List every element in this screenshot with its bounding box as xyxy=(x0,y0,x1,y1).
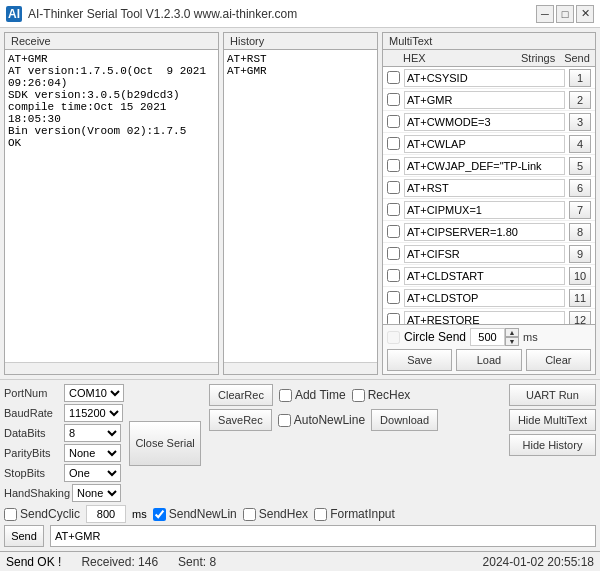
spin-down-button[interactable]: ▼ xyxy=(505,337,519,346)
mt-row-input[interactable] xyxy=(404,113,565,131)
send-input-row: Send xyxy=(4,525,596,547)
load-button[interactable]: Load xyxy=(456,349,521,371)
app-title: AI-Thinker Serial Tool V1.2.3.0 www.ai-t… xyxy=(28,7,297,21)
mt-row-input[interactable] xyxy=(404,179,565,197)
mt-send-btn[interactable]: 9 xyxy=(569,245,591,263)
mt-send-btn[interactable]: 3 xyxy=(569,113,591,131)
handshaking-row: HandShaking None xyxy=(4,484,121,502)
mt-send-btn[interactable]: 2 xyxy=(569,91,591,109)
mt-row-input[interactable] xyxy=(404,223,565,241)
close-button[interactable]: ✕ xyxy=(576,5,594,23)
sendcyclic-ms-input[interactable] xyxy=(86,505,126,523)
clear-button[interactable]: Clear xyxy=(526,349,591,371)
sendhex-label: SendHex xyxy=(243,507,308,521)
mt-row-checkbox[interactable] xyxy=(387,181,400,194)
spin-up-button[interactable]: ▲ xyxy=(505,328,519,337)
circle-send-checkbox[interactable] xyxy=(387,331,400,344)
multitext-rows: 12345678910111213 xyxy=(383,67,595,324)
formatinput-checkbox[interactable] xyxy=(314,508,327,521)
mt-send-btn[interactable]: 6 xyxy=(569,179,591,197)
mt-row-input[interactable] xyxy=(404,91,565,109)
save-button[interactable]: Save xyxy=(387,349,452,371)
handshaking-select[interactable]: None xyxy=(72,484,121,502)
mt-send-btn[interactable]: 1 xyxy=(569,69,591,87)
mt-row-checkbox[interactable] xyxy=(387,291,400,304)
autonewline-checkbox[interactable] xyxy=(278,414,291,427)
rechex-checkbox[interactable] xyxy=(352,389,365,402)
sent-status: Sent: 8 xyxy=(178,555,216,569)
databits-select[interactable]: 8 xyxy=(64,424,121,442)
mt-row-checkbox[interactable] xyxy=(387,71,400,84)
sendcyclic-checkbox[interactable] xyxy=(4,508,17,521)
multitext-header: HEX Strings Send xyxy=(383,50,595,67)
sendhex-checkbox[interactable] xyxy=(243,508,256,521)
portnum-row: PortNum COM10 xyxy=(4,384,121,402)
addtime-label: Add Time xyxy=(279,388,346,402)
send-row: SendCyclic ms SendNewLin SendHex FormatI… xyxy=(4,505,596,523)
send-button[interactable]: Send xyxy=(4,525,44,547)
history-textarea[interactable]: AT+RST AT+GMR xyxy=(224,50,377,362)
hide-multitext-button[interactable]: Hide MultiText xyxy=(509,409,596,431)
addtime-checkbox[interactable] xyxy=(279,389,292,402)
mt-row-checkbox[interactable] xyxy=(387,115,400,128)
mt-send-btn[interactable]: 10 xyxy=(569,267,591,285)
send-header: Send xyxy=(563,52,591,64)
download-button[interactable]: Download xyxy=(371,409,438,431)
mt-row-input[interactable] xyxy=(404,245,565,263)
mt-row-checkbox[interactable] xyxy=(387,225,400,238)
mt-send-btn[interactable]: 4 xyxy=(569,135,591,153)
mt-row-input[interactable] xyxy=(404,289,565,307)
portnum-label: PortNum xyxy=(4,387,62,399)
maximize-button[interactable]: □ xyxy=(556,5,574,23)
mt-row-checkbox[interactable] xyxy=(387,159,400,172)
mt-row-checkbox[interactable] xyxy=(387,203,400,216)
mid-row1: ClearRec Add Time RecHex xyxy=(209,384,501,406)
mt-row-checkbox[interactable] xyxy=(387,313,400,324)
sendnewlin-checkbox[interactable] xyxy=(153,508,166,521)
mt-row: 6 xyxy=(383,177,595,199)
multitext-label: MultiText xyxy=(383,33,595,50)
close-serial-button[interactable]: Close Serial xyxy=(129,421,201,466)
receive-hscroll[interactable] xyxy=(5,362,218,374)
mt-row-checkbox[interactable] xyxy=(387,247,400,260)
circle-send-row: Circle Send ▲ ▼ ms xyxy=(387,328,591,346)
mt-send-btn[interactable]: 12 xyxy=(569,311,591,325)
circle-send-value[interactable] xyxy=(470,328,505,346)
mt-row-input[interactable] xyxy=(404,157,565,175)
minimize-button[interactable]: ─ xyxy=(536,5,554,23)
hide-history-button[interactable]: Hide History xyxy=(509,434,596,456)
rechex-label: RecHex xyxy=(352,388,411,402)
stopbits-select[interactable]: One xyxy=(64,464,121,482)
app-icon: AI xyxy=(6,6,22,22)
mt-send-btn[interactable]: 7 xyxy=(569,201,591,219)
mt-send-btn[interactable]: 8 xyxy=(569,223,591,241)
paritybits-select[interactable]: None xyxy=(64,444,121,462)
history-hscroll[interactable] xyxy=(224,362,377,374)
mt-row-checkbox[interactable] xyxy=(387,137,400,150)
mid-row2: SaveRec AutoNewLine Download xyxy=(209,409,501,431)
portnum-select[interactable]: COM10 xyxy=(64,384,124,402)
strings-header: Strings xyxy=(521,52,559,64)
send-input[interactable] xyxy=(50,525,596,547)
uart-run-button[interactable]: UART Run xyxy=(509,384,596,406)
mt-send-btn[interactable]: 11 xyxy=(569,289,591,307)
mt-row-input[interactable] xyxy=(404,69,565,87)
baudrate-select[interactable]: 115200 xyxy=(64,404,123,422)
mt-row-input[interactable] xyxy=(404,267,565,285)
mt-row-input[interactable] xyxy=(404,201,565,219)
history-label: History xyxy=(224,33,377,50)
mt-send-btn[interactable]: 5 xyxy=(569,157,591,175)
window-controls: ─ □ ✕ xyxy=(536,5,594,23)
paritybits-label: ParityBits xyxy=(4,447,62,459)
spin-control: ▲ ▼ xyxy=(470,328,519,346)
receive-textarea[interactable]: AT+GMR AT version:1.7.5.0(Oct 9 2021 09:… xyxy=(5,50,218,362)
stopbits-label: StopBits xyxy=(4,467,62,479)
mt-row-checkbox[interactable] xyxy=(387,93,400,106)
ms-label: ms xyxy=(523,331,538,343)
mt-row-checkbox[interactable] xyxy=(387,269,400,282)
clearrec-button[interactable]: ClearRec xyxy=(209,384,273,406)
mt-row-input[interactable] xyxy=(404,311,565,325)
databits-label: DataBits xyxy=(4,427,62,439)
mt-row-input[interactable] xyxy=(404,135,565,153)
saverec-button[interactable]: SaveRec xyxy=(209,409,272,431)
